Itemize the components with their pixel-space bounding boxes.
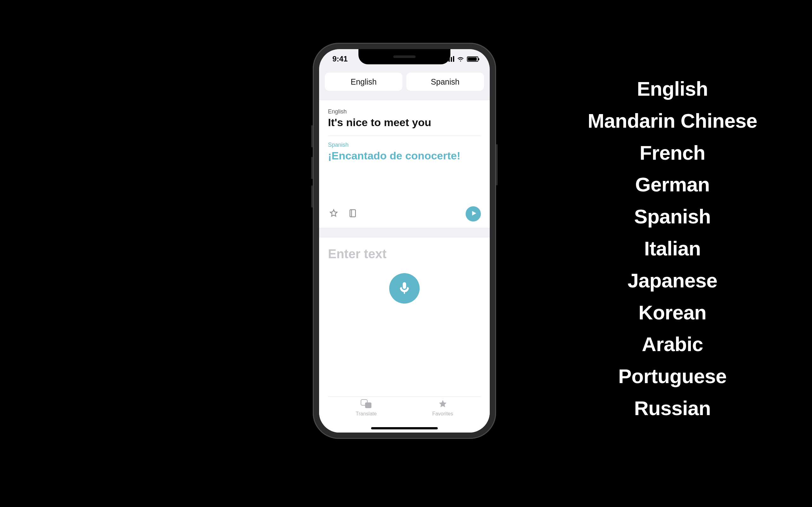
list-item: Spanish <box>561 201 783 233</box>
list-item: Arabic <box>561 328 783 360</box>
list-item: Portuguese <box>561 360 783 392</box>
svg-rect-3 <box>365 402 371 408</box>
source-language-label: English <box>351 77 377 87</box>
tab-translate-label: Translate <box>356 411 377 417</box>
source-language-pill[interactable]: English <box>325 72 403 91</box>
iphone-frame: 9:41 English Spanish English It's nice t… <box>313 43 496 439</box>
source-text: It's nice to meet you <box>328 116 481 129</box>
status-indicators <box>446 55 478 63</box>
list-item: English <box>561 73 783 105</box>
play-icon <box>469 210 477 218</box>
list-item: Japanese <box>561 265 783 297</box>
home-indicator[interactable] <box>371 427 438 429</box>
wifi-icon <box>457 55 464 63</box>
status-time: 9:41 <box>333 55 348 63</box>
target-text: ¡Encantado de conocerte! <box>328 150 481 162</box>
language-selector: English Spanish <box>319 69 490 97</box>
list-item: Russian <box>561 392 783 424</box>
text-input[interactable]: Enter text <box>328 247 481 261</box>
star-icon <box>329 209 339 219</box>
dictionary-button[interactable] <box>347 208 358 220</box>
battery-icon <box>467 56 478 62</box>
list-item: Italian <box>561 233 783 265</box>
notch <box>358 49 450 64</box>
target-language-label: Spanish <box>431 77 459 87</box>
list-item: Mandarin Chinese <box>561 105 783 137</box>
book-icon <box>348 209 357 219</box>
list-item: French <box>561 137 783 169</box>
list-item: German <box>561 169 783 201</box>
list-item: Korean <box>561 297 783 329</box>
card-actions <box>328 206 481 222</box>
translation-card: English It's nice to meet you Spanish ¡E… <box>319 100 490 228</box>
star-filled-icon <box>437 399 449 410</box>
svg-rect-0 <box>350 210 356 217</box>
translate-app: English Spanish English It's nice to mee… <box>319 69 490 433</box>
play-button[interactable] <box>466 206 481 222</box>
tab-bar: Translate Favorites <box>328 396 481 427</box>
tab-translate[interactable]: Translate <box>356 399 377 417</box>
microphone-button[interactable] <box>389 273 420 303</box>
tab-favorites-label: Favorites <box>432 411 453 417</box>
input-area: Enter text Translate <box>319 237 490 433</box>
favorite-button[interactable] <box>328 208 339 220</box>
target-language-pill[interactable]: Spanish <box>406 72 484 91</box>
card-divider <box>328 135 481 136</box>
translate-icon <box>361 399 372 410</box>
source-lang-caption: English <box>328 108 481 115</box>
screen: 9:41 English Spanish English It's nice t… <box>319 49 490 433</box>
tab-favorites[interactable]: Favorites <box>432 399 453 417</box>
target-lang-caption: Spanish <box>328 142 481 148</box>
microphone-icon <box>398 281 411 296</box>
supported-languages-list: English Mandarin Chinese French German S… <box>561 73 783 424</box>
